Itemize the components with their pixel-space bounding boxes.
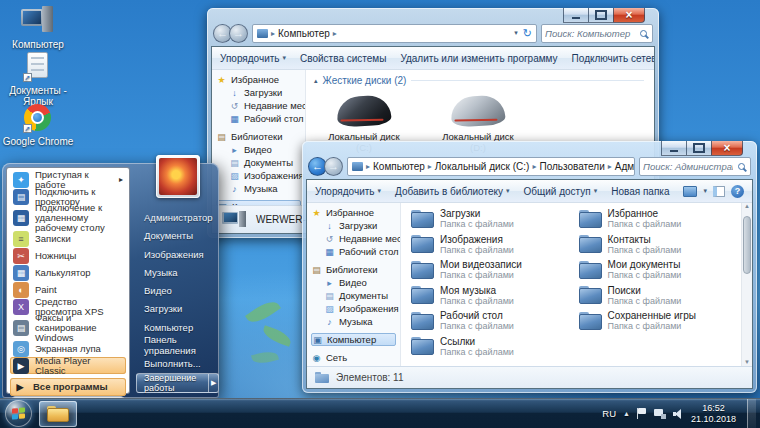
startmenu-item-fax-scan[interactable]: ▤Факсы и сканирование Windows xyxy=(10,315,126,340)
sidebar-item-favorites[interactable]: ★Избранное xyxy=(311,206,400,219)
sidebar-item-music[interactable]: ♪Музыка xyxy=(311,315,400,328)
sidebar-item-libraries[interactable]: ▤Библиотеки xyxy=(216,130,305,143)
sidebar-item-pictures[interactable]: ▨Изображения xyxy=(216,169,305,182)
breadcrumb[interactable]: ▸ Компьютер ▸ Локальный диск (C:) ▸ Поль… xyxy=(347,157,635,176)
scroll-up-icon[interactable]: ▲ xyxy=(742,203,752,209)
startmenu-music-link[interactable]: Музыка xyxy=(136,263,219,281)
desktop-icon-chrome[interactable]: ➚ Google Chrome xyxy=(2,103,74,147)
system-properties-button[interactable]: Свойства системы xyxy=(300,53,386,64)
breadcrumb[interactable]: ▸ Компьютер ▸ ▾↻ xyxy=(252,24,537,43)
sidebar-item-network[interactable]: ◉Сеть xyxy=(311,351,400,364)
refresh-icon[interactable]: ↻ xyxy=(523,27,532,40)
maximize-button[interactable] xyxy=(588,8,614,23)
folder-item-contacts[interactable]: КонтактыПапка с файлами xyxy=(579,232,739,258)
search-box[interactable] xyxy=(639,157,751,176)
startmenu-control-panel-link[interactable]: Панель управления xyxy=(136,336,219,355)
all-programs-button[interactable]: ▶Все программы xyxy=(10,378,126,396)
show-hidden-icons-button[interactable]: ▲ xyxy=(623,410,630,417)
folder-item-favorites[interactable]: ИзбранноеПапка с файлами xyxy=(579,206,739,232)
forward-button[interactable]: → xyxy=(229,24,248,43)
startmenu-item-remote-desktop[interactable]: ▦Подключение к удаленному рабочему столу xyxy=(10,205,126,230)
sidebar-item-downloads[interactable]: ↓Загрузки xyxy=(311,219,400,232)
sidebar-item-video[interactable]: ▸Видео xyxy=(311,276,400,289)
help-button[interactable]: ? xyxy=(731,185,744,198)
search-input[interactable] xyxy=(542,28,638,39)
startmenu-documents-link[interactable]: Документы xyxy=(136,227,219,245)
taskbar-explorer-button[interactable] xyxy=(39,401,77,427)
show-desktop-button[interactable] xyxy=(747,399,756,428)
taskbar-clock[interactable]: 16:52 21.10.2018 xyxy=(691,403,736,424)
close-button[interactable]: × xyxy=(711,141,743,156)
search-input[interactable] xyxy=(640,161,736,172)
folder-item-links[interactable]: СсылкиПапка с файлами xyxy=(411,334,571,360)
startmenu-user-link[interactable]: Администратор xyxy=(136,208,219,226)
startmenu-item-calculator[interactable]: ▦Калькулятор xyxy=(10,264,126,281)
breadcrumb-item[interactable]: Администратор xyxy=(615,161,635,172)
sidebar-item-recent[interactable]: ↺Недавние места xyxy=(216,99,305,112)
user-avatar[interactable] xyxy=(156,155,200,198)
breadcrumb-item[interactable]: Компьютер xyxy=(373,161,425,172)
sidebar-item-libraries[interactable]: ▤Библиотеки xyxy=(311,263,400,276)
change-view-button[interactable] xyxy=(683,186,697,197)
share-button[interactable]: Общий доступ▾ xyxy=(523,186,597,197)
sidebar-item-recent[interactable]: ↺Недавние места xyxy=(311,232,400,245)
minimize-button[interactable] xyxy=(563,8,589,23)
startmenu-item-sticky-notes[interactable]: ≡Записки xyxy=(10,230,126,247)
folder-item-pictures[interactable]: ИзображенияПапка с файлами xyxy=(411,232,571,258)
organize-button[interactable]: Упорядочить▾ xyxy=(220,53,286,64)
sidebar-item-documents[interactable]: ▤Документы xyxy=(216,156,305,169)
scrollbar-thumb[interactable] xyxy=(743,216,751,274)
startmenu-run-link[interactable]: Выполнить... xyxy=(136,355,219,373)
forward-button[interactable]: → xyxy=(324,157,343,176)
startmenu-pictures-link[interactable]: Изображения xyxy=(136,245,219,263)
sidebar-item-desktop[interactable]: ▦Рабочий стол xyxy=(311,245,400,258)
sidebar-item-documents[interactable]: ▤Документы xyxy=(311,289,400,302)
language-indicator[interactable]: RU xyxy=(602,408,616,419)
startmenu-computer-link[interactable]: Компьютер xyxy=(136,318,219,336)
minimize-button[interactable] xyxy=(661,141,687,156)
sidebar-item-video[interactable]: ▸Видео xyxy=(216,143,305,156)
folder-item-searches[interactable]: ПоискиПапка с файлами xyxy=(579,283,739,309)
start-button[interactable] xyxy=(5,400,32,427)
sidebar-item-favorites[interactable]: ★Избранное xyxy=(216,73,305,86)
breadcrumb-item[interactable]: Компьютер xyxy=(278,28,330,39)
address-dropdown-icon[interactable]: ▾ xyxy=(514,29,518,37)
collapse-arrow-icon[interactable]: ▴ xyxy=(314,77,318,85)
shutdown-button[interactable]: Завершение работы xyxy=(136,373,209,393)
startmenu-item-media-player-classic[interactable]: ▶Media Player Classic xyxy=(10,357,126,374)
new-folder-button[interactable]: Новая папка xyxy=(611,186,669,197)
network-icon[interactable] xyxy=(654,409,666,419)
folder-item-music[interactable]: Моя музыкаПапка с файлами xyxy=(411,283,571,309)
folder-item-my-documents[interactable]: Мои документыПапка с файлами xyxy=(579,257,739,283)
breadcrumb-item[interactable]: Локальный диск (C:) xyxy=(435,161,530,172)
folder-item-videos[interactable]: Мои видеозаписиПапка с файлами xyxy=(411,257,571,283)
folder-item-saved-games[interactable]: Сохраненные игрыПапка с файлами xyxy=(579,308,739,334)
maximize-button[interactable] xyxy=(686,141,712,156)
uninstall-program-button[interactable]: Удалить или изменить программу xyxy=(400,53,557,64)
shutdown-options-arrow[interactable]: ▶ xyxy=(209,373,219,393)
startmenu-video-link[interactable]: Видео xyxy=(136,281,219,299)
breadcrumb-item[interactable]: Пользователи xyxy=(539,161,604,172)
action-center-flag-icon[interactable] xyxy=(637,408,647,419)
organize-button[interactable]: Упорядочить▾ xyxy=(315,186,381,197)
startmenu-downloads-link[interactable]: Загрузки xyxy=(136,300,219,318)
sidebar-item-computer[interactable]: ▣Компьютер xyxy=(311,333,396,346)
preview-pane-button[interactable] xyxy=(713,186,725,197)
sidebar-item-desktop[interactable]: ▦Рабочий стол xyxy=(216,112,305,125)
group-header[interactable]: ▴ Жесткие диски (2) xyxy=(306,70,654,88)
sidebar-item-downloads[interactable]: ↓Загрузки xyxy=(216,86,305,99)
folder-item-downloads[interactable]: ЗагрузкиПапка с файлами xyxy=(411,206,571,232)
map-network-drive-button[interactable]: Подключить сетевой диск xyxy=(572,53,655,64)
close-button[interactable]: × xyxy=(613,8,645,23)
folder-item-desktop[interactable]: Рабочий столПапка с файлами xyxy=(411,308,571,334)
desktop-icon-computer[interactable]: Компьютер xyxy=(2,6,74,50)
vertical-scrollbar[interactable]: ▲ ▼ xyxy=(741,203,752,366)
add-to-library-button[interactable]: Добавить в библиотеку▾ xyxy=(395,186,509,197)
startmenu-item-snipping-tool[interactable]: ✂Ножницы xyxy=(10,247,126,264)
scroll-down-icon[interactable]: ▼ xyxy=(742,359,752,365)
sidebar-item-music[interactable]: ♪Музыка xyxy=(216,182,305,195)
volume-icon[interactable] xyxy=(673,409,684,419)
search-box[interactable] xyxy=(541,24,653,43)
sidebar-item-pictures[interactable]: ▨Изображения xyxy=(311,302,400,315)
desktop-icon-documents-shortcut[interactable]: ➚ Документы - Ярлык xyxy=(2,52,74,107)
